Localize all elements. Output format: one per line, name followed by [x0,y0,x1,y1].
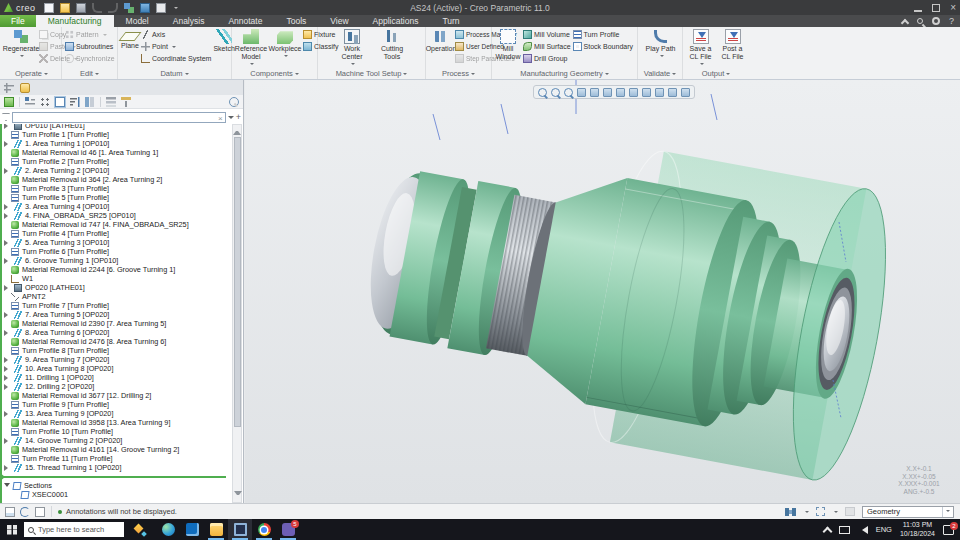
taskbar-app-chrome[interactable] [252,519,276,540]
expand-arrow-icon[interactable] [4,366,11,372]
taskbar-clock[interactable]: 11:03 PM 10/18/2024 [900,521,935,538]
minimize-icon[interactable] [914,4,922,12]
tree-filter-input[interactable]: × [12,112,226,123]
group-label-manufacturing-geometry[interactable]: Manufacturing Geometry [492,69,637,79]
tree-scrollbar[interactable] [232,124,242,503]
tree-item[interactable]: Material Removal id 2390 [7. Area Turnin… [2,319,232,328]
expand-arrow-icon[interactable] [4,384,11,390]
point-button[interactable]: Point [141,41,212,52]
selection-caret-icon[interactable] [834,511,838,515]
add-filter-icon[interactable]: + [236,112,241,122]
group-label-machine-tool-setup[interactable]: Machine Tool Setup [318,69,425,79]
tree-item[interactable]: 14. Groove Turning 2 [OP020] [2,436,232,445]
tree-item[interactable]: 6. Groove Turning 1 [OP010] [2,256,232,265]
tab-analysis[interactable]: Analysis [161,15,217,27]
tree-item[interactable]: Turn Profile 7 [Turn Profile] [2,301,232,310]
collapse-ribbon-icon[interactable] [901,18,909,26]
zoom-in-icon[interactable] [551,88,560,97]
save-icon[interactable] [76,3,86,13]
display-style-icon[interactable] [590,88,599,97]
selection-filter-caret-icon[interactable] [942,507,953,517]
active-window-icon[interactable] [55,97,65,107]
expand-arrow-icon[interactable] [4,312,11,318]
tab-view[interactable]: View [318,15,360,27]
maximize-icon[interactable] [932,4,940,12]
command-search-icon[interactable] [917,18,923,24]
drill-group-button[interactable]: Drill Group [523,53,571,64]
select-all-icon[interactable] [845,507,855,516]
model-display-icon[interactable] [140,3,150,13]
group-label-components[interactable]: Components [232,69,317,79]
tree-item[interactable]: 10. Area Turning 8 [OP020] [2,364,232,373]
dragger-icon[interactable] [681,88,690,97]
group-label-datum[interactable]: Datum [118,69,231,79]
tree-item[interactable]: XSEC0001 [2,490,232,499]
play-path-button[interactable]: Play Path [645,29,677,69]
expand-arrow-icon[interactable] [4,285,11,291]
tree-view-icon[interactable] [25,97,35,107]
tree-item[interactable]: 2. Area Turning 2 [OP010] [2,166,232,175]
tab-tools[interactable]: Tools [274,15,318,27]
tree-item[interactable]: 11. Drilling 1 [OP020] [2,373,232,382]
datum-display-icon[interactable] [642,88,651,97]
group-label-edit[interactable]: Edit [62,69,117,79]
tree-item[interactable]: Material Removal id 46 [1. Area Turning … [2,148,232,157]
expand-arrow-icon[interactable] [4,240,11,246]
tree-item[interactable]: 12. Drilling 2 [OP020] [2,382,232,391]
folder-browser-tab-icon[interactable] [20,83,30,93]
taskbar-app-file-explorer[interactable] [204,519,228,540]
scroll-down-icon[interactable] [234,491,242,499]
taskbar-search-input[interactable]: Type here to search [24,522,124,537]
group-label-process[interactable]: Process [426,69,491,79]
find-caret-icon[interactable] [805,511,809,515]
expand-arrow-icon[interactable] [4,213,11,219]
taskbar-app-edge[interactable] [156,519,180,540]
tree-item[interactable]: Material Removal id 364 [2. Area Turning… [2,175,232,184]
workpiece-button[interactable]: Workpiece [269,29,301,69]
network-icon[interactable] [839,526,850,534]
tree-search-icon[interactable] [229,97,239,107]
list-view-icon[interactable] [40,97,50,107]
expand-arrow-icon[interactable] [4,483,10,490]
mill-window-button[interactable]: Mill Window [495,29,521,69]
graphics-viewport[interactable]: X.X+-0.1X.XX+-0.05X.XXX+-0.001ANG.+-0.5 [245,80,960,503]
expand-arrow-icon[interactable] [4,124,11,129]
tree-filters-icon[interactable] [121,97,131,107]
capture-icon[interactable] [629,88,638,97]
copilot-sparkle-icon[interactable] [132,523,146,537]
group-label-validate[interactable]: Validate [638,69,682,79]
tree-item[interactable]: Material Removal id 747 [4. FINA_OBRADA_… [2,220,232,229]
taskbar-app-creo[interactable] [228,519,252,540]
taskbar-app-chat[interactable]: 5 [276,519,300,540]
plane-button[interactable]: Plane [121,29,139,69]
find-icon[interactable] [785,508,796,516]
operation-button[interactable]: Operation [429,29,453,69]
regenerate-button[interactable]: Regenerate [5,29,37,69]
pattern-button[interactable]: Pattern [65,29,115,40]
undo-icon[interactable] [92,3,102,13]
close-window-icon[interactable] [156,3,166,13]
expand-arrow-icon[interactable] [4,168,11,174]
tree-item[interactable]: Turn Profile 2 [Turn Profile] [2,157,232,166]
window-select-icon[interactable] [5,507,15,517]
annotation-display-icon[interactable] [655,88,664,97]
tab-file[interactable]: File [0,15,36,27]
expand-arrow-icon[interactable] [4,438,11,444]
tree-item[interactable]: OP020 [LATHE01] [2,283,232,292]
tree-item[interactable]: 15. Thread Turning 1 [OP020] [2,463,232,472]
tree-item[interactable]: Material Removal id 3677 [12. Drilling 2… [2,391,232,400]
tab-turn[interactable]: Turn [430,15,471,27]
tree-item[interactable]: Turn Profile 10 [Turn Profile] [2,427,232,436]
help-icon[interactable]: ? [949,16,954,26]
tree-item[interactable]: APNT2 [2,292,232,301]
zoom-out-icon[interactable] [564,88,573,97]
checkbox-icon[interactable] [35,507,45,517]
reference-model-button[interactable]: Reference Model [235,29,267,69]
selection-box-icon[interactable] [816,507,825,516]
tree-item[interactable]: Sections [2,481,232,490]
group-label-output[interactable]: Output [683,69,749,79]
tree-item[interactable]: 8. Area Turning 6 [OP020] [2,328,232,337]
tree-item[interactable]: Turn Profile 11 [Turn Profile] [2,454,232,463]
regenerate-quick-icon[interactable] [124,3,134,13]
tree-item[interactable]: Turn Profile 8 [Turn Profile] [2,346,232,355]
